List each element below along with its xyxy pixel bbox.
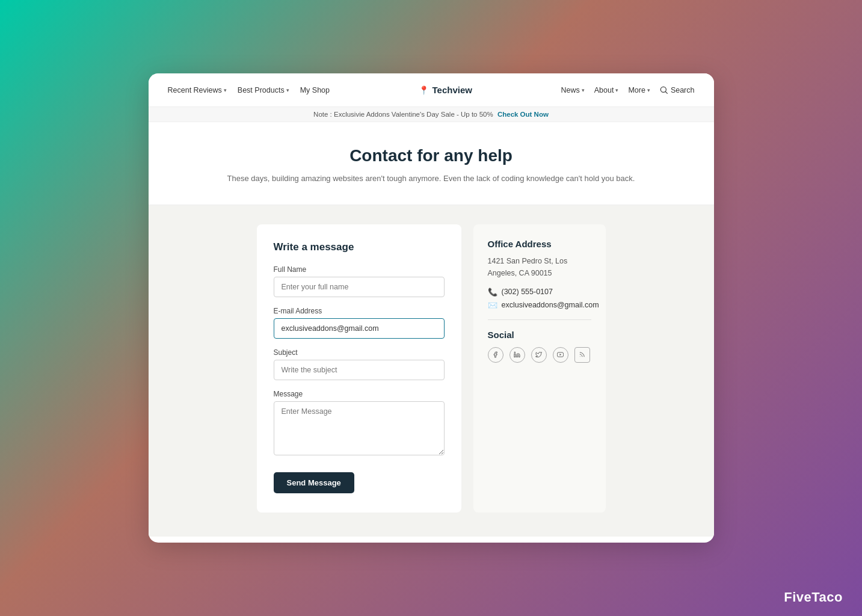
subject-label: Subject [274,348,445,357]
message-group: Message [274,390,445,458]
browser-frame: Recent Reviews ▾ Best Products ▾ My Shop… [149,73,714,543]
nav-news[interactable]: News ▾ [561,86,584,94]
chevron-down-icon: ▾ [286,87,289,93]
facebook-icon[interactable] [488,347,503,363]
notice-bar-link[interactable]: Check Out Now [497,111,549,118]
phone-row: 📞 (302) 555-0107 [488,288,591,297]
nav-logo[interactable]: 📍 Techview [419,85,472,95]
search-icon [660,86,668,94]
office-heading: Office Address [488,239,591,249]
phone-number: (302) 555-0107 [502,288,553,296]
rss-icon[interactable] [574,347,590,363]
send-message-button[interactable]: Send Message [274,472,354,493]
nav-my-shop[interactable]: My Shop [300,86,330,94]
chevron-down-icon: ▾ [582,87,585,93]
notice-bar: Note : Exclusivie Addons Valentine's Day… [149,107,714,122]
contact-form-card: Write a message Full Name E-mail Address… [257,224,461,513]
svg-point-5 [580,357,580,357]
nav-recent-reviews[interactable]: Recent Reviews ▾ [168,86,227,94]
subject-group: Subject [274,348,445,380]
divider [488,319,591,320]
email-group: E-mail Address [274,307,445,339]
full-name-group: Full Name [274,265,445,297]
navbar: Recent Reviews ▾ Best Products ▾ My Shop… [149,73,714,107]
nav-search[interactable]: Search [660,86,695,94]
svg-point-3 [514,352,516,353]
email-row: ✉️ exclusiveaddons@gmail.com [488,301,591,310]
nav-about[interactable]: About ▾ [594,86,619,94]
chevron-down-icon: ▾ [224,87,227,93]
nav-right: News ▾ About ▾ More ▾ Search [561,86,694,94]
svg-marker-4 [559,354,561,356]
page-subtitle: These days, building amazing websites ar… [161,173,702,185]
page-title: Contact for any help [161,146,702,165]
email-input[interactable] [274,318,445,339]
phone-icon: 📞 [488,288,497,297]
message-label: Message [274,390,445,398]
full-name-label: Full Name [274,265,445,274]
form-heading: Write a message [274,241,445,253]
svg-line-1 [665,91,667,93]
fivetaco-brand: FiveTaco [784,590,843,605]
content-area: Write a message Full Name E-mail Address… [149,205,714,537]
twitter-icon[interactable] [531,347,547,363]
social-heading: Social [488,330,591,340]
linkedin-icon[interactable] [510,347,525,363]
nav-left: Recent Reviews ▾ Best Products ▾ My Shop [168,86,330,94]
email-label: E-mail Address [274,307,445,315]
youtube-icon[interactable] [553,347,568,363]
svg-rect-2 [514,354,516,357]
social-section: Social [488,330,591,363]
message-textarea[interactable] [274,401,445,455]
nav-more[interactable]: More ▾ [628,86,650,94]
subject-input[interactable] [274,360,445,380]
full-name-input[interactable] [274,277,445,297]
nav-best-products[interactable]: Best Products ▾ [238,86,289,94]
office-address: 1421 San Pedro St, Los Angeles, CA 90015 [488,255,591,279]
pin-icon: 📍 [419,85,429,95]
email-icon: ✉️ [488,301,497,310]
chevron-down-icon: ▾ [647,87,650,93]
hero-section: Contact for any help These days, buildin… [149,122,714,205]
office-info-card: Office Address 1421 San Pedro St, Los An… [473,224,606,513]
social-icons-row [488,347,591,363]
chevron-down-icon: ▾ [615,87,618,93]
office-email: exclusiveaddons@gmail.com [502,301,599,309]
